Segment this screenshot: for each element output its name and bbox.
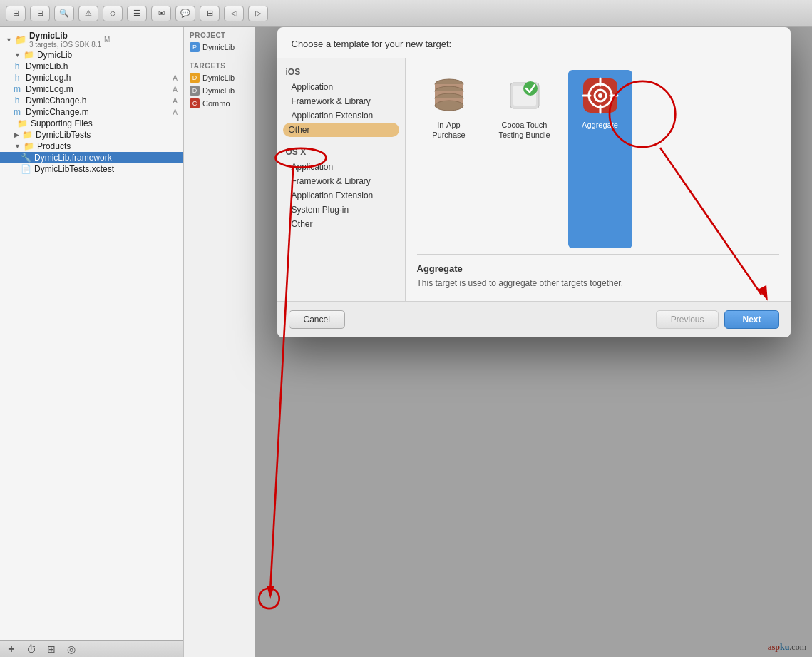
grid-icon[interactable]: ⊞	[44, 643, 58, 655]
targets-section-header: TARGETS	[184, 58, 255, 71]
template-cocoa[interactable]: Cocoa TouchTesting Bundle	[493, 70, 557, 248]
ios-header: iOS	[277, 64, 405, 80]
cocoa-label: Cocoa TouchTesting Bundle	[498, 120, 550, 141]
template-description: Aggregate This target is used to aggrega…	[417, 254, 779, 290]
source-icon: m	[11, 84, 23, 94]
iap-icon	[429, 76, 469, 116]
sidebar-scroll: ▼ 📁 DymicLib 3 targets, iOS SDK 8.1 M ▼ …	[0, 27, 183, 640]
sidebar-item-log-h[interactable]: h DymicLog.h A	[0, 72, 183, 83]
next-button[interactable]: Next	[724, 310, 778, 329]
file-name: DymicLog.m	[26, 84, 170, 94]
toolbar-btn-grid2[interactable]: ⊟	[30, 6, 50, 21]
svg-point-13	[598, 93, 602, 98]
toolbar-btn-prev[interactable]: ◁	[224, 6, 244, 21]
target-icon[interactable]: ◎	[64, 643, 78, 655]
project-subtitle: 3 targets, iOS SDK 8.1	[29, 41, 101, 49]
file-name: DymicLibTests.xctest	[34, 164, 180, 174]
target-dymic2-name: DymicLib	[202, 86, 235, 95]
project-name: DymicLib	[29, 31, 101, 41]
header-icon: h	[11, 73, 23, 83]
toolbar-btn-diamond[interactable]: ◇	[103, 6, 123, 21]
source-icon: m	[11, 107, 23, 117]
file-name: DymicChange.m	[26, 107, 170, 117]
clock-icon[interactable]: ⏱	[24, 643, 38, 655]
folder-arrow: ▶	[14, 131, 19, 138]
targets-panel: PROJECT P DymicLib TARGETS D DymicLib D …	[184, 27, 255, 657]
osx-extension[interactable]: Application Extension	[277, 188, 405, 203]
sidebar-item-log-m[interactable]: m DymicLog.m A	[0, 83, 183, 95]
cocoa-icon	[505, 76, 545, 116]
framework-icon: 🔧	[20, 153, 31, 163]
target-commo[interactable]: C Commo	[184, 97, 255, 110]
new-target-dialog: Choose a template for your new target: i…	[277, 27, 791, 337]
sidebar-item-change-m[interactable]: m DymicChange.m A	[0, 106, 183, 118]
folder-icon: 📁	[17, 118, 28, 128]
target-dymic2[interactable]: D DymicLib	[184, 84, 255, 97]
badge-a: A	[173, 97, 178, 105]
template-iap[interactable]: In-AppPurchase	[417, 70, 481, 248]
ios-other[interactable]: Other	[283, 123, 399, 137]
previous-button[interactable]: Previous	[656, 310, 719, 329]
sidebar-products[interactable]: ▼ 📁 Products	[0, 141, 183, 152]
toolbar-btn-next[interactable]: ▷	[248, 6, 268, 21]
toolbar-btn-msg[interactable]: ✉	[151, 6, 171, 21]
target-commo-icon: C	[190, 98, 200, 108]
toolbar-btn-warn[interactable]: ⚠	[78, 6, 98, 21]
xcode-window: ⊞ ⊟ 🔍 ⚠ ◇ ☰ ✉ 💬 ⊞ ◁ ▷ ▼ 📁 DymicLib 3 tar…	[0, 0, 812, 657]
osx-plugin[interactable]: System Plug-in	[277, 203, 405, 217]
ios-framework[interactable]: Framework & Library	[277, 94, 405, 108]
add-button[interactable]: +	[4, 643, 19, 656]
sidebar-dymic-folder[interactable]: ▼ 📁 DymicLib	[0, 49, 183, 61]
nav-buttons: Previous Next	[656, 310, 779, 329]
target-dymic2-icon: D	[190, 86, 200, 96]
osx-framework[interactable]: Framework & Library	[277, 174, 405, 188]
osx-application[interactable]: Application	[277, 160, 405, 174]
dialog-sidebar: iOS Application Framework & Library Appl…	[277, 58, 406, 301]
toolbar-btn-layout[interactable]: ⊞	[200, 6, 220, 21]
sidebar-item-xctest[interactable]: 📄 DymicLibTests.xctest	[0, 163, 183, 175]
template-aggregate[interactable]: Aggregate	[568, 70, 632, 248]
main-area: Choose a template for your new target: i…	[255, 27, 812, 657]
cancel-button[interactable]: Cancel	[289, 310, 345, 329]
desc-text: This target is used to aggregate other t…	[417, 277, 779, 290]
arrow-icon: ▼	[6, 36, 12, 44]
dialog-footer: Cancel Previous Next	[277, 301, 791, 337]
folder-label: Products	[37, 141, 71, 151]
toolbar-btn-search[interactable]: 🔍	[54, 6, 74, 21]
sidebar-project-row[interactable]: ▼ 📁 DymicLib 3 targets, iOS SDK 8.1 M	[0, 30, 183, 49]
osx-other[interactable]: Other	[277, 217, 405, 231]
sidebar-item-framework[interactable]: 🔧 DymicLib.framework	[0, 152, 183, 163]
sidebar-supporting-files[interactable]: 📁 Supporting Files	[0, 118, 183, 129]
test-icon: 📄	[20, 164, 31, 174]
header-icon: h	[11, 96, 23, 106]
sidebar-dymic-tests[interactable]: ▶ 📁 DymicLibTests	[0, 129, 183, 141]
header-icon: h	[11, 61, 23, 71]
sidebar-item-change-h[interactable]: h DymicChange.h A	[0, 95, 183, 106]
toolbar-btn-grid[interactable]: ⊞	[6, 6, 26, 21]
ios-extension[interactable]: Application Extension	[277, 108, 405, 123]
target-dymic-name: DymicLib	[202, 73, 235, 82]
project-icon: 📁	[15, 34, 26, 45]
dialog-title: Choose a template for your new target:	[277, 27, 791, 58]
osx-header: OS X	[277, 144, 405, 160]
file-name: DymicLib.framework	[34, 153, 180, 163]
toolbar-btn-list[interactable]: ☰	[127, 6, 147, 21]
project-target-icon: P	[190, 42, 200, 52]
target-commo-name: Commo	[202, 99, 230, 108]
desc-title: Aggregate	[417, 263, 779, 274]
target-dymic[interactable]: D DymicLib	[184, 71, 255, 84]
badge-a: A	[173, 74, 178, 82]
ios-application[interactable]: Application	[277, 80, 405, 94]
folder-arrow: ▼	[14, 51, 21, 58]
folder-label: Supporting Files	[31, 118, 93, 128]
project-target-item[interactable]: P DymicLib	[184, 41, 255, 54]
file-name: DymicLib.h	[26, 61, 180, 71]
project-badge: M	[104, 36, 110, 44]
toolbar-btn-chat[interactable]: 💬	[175, 6, 195, 21]
sidebar-item-lib-h[interactable]: h DymicLib.h	[0, 61, 183, 72]
folder-icon: 📁	[22, 130, 33, 140]
dialog-content: In-AppPurchase	[406, 58, 791, 301]
folder-icon: 📁	[24, 50, 34, 60]
file-name: DymicLog.h	[26, 73, 170, 83]
svg-point-6	[435, 101, 463, 111]
